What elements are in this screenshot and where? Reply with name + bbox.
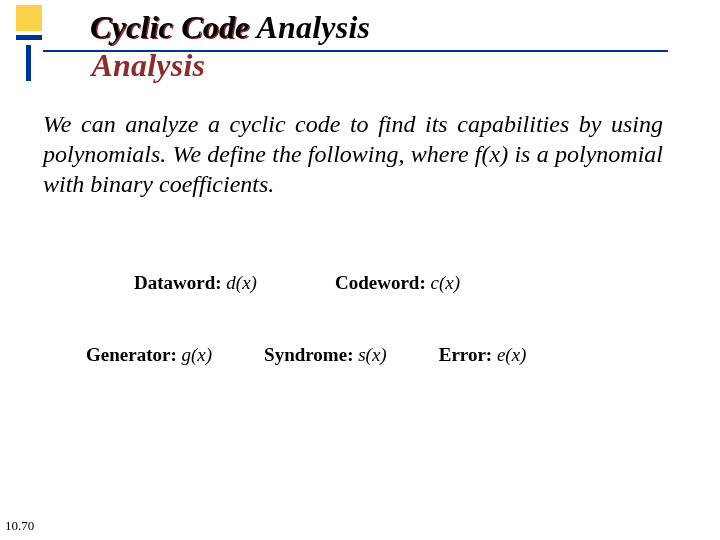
blue-bar-horizontal-icon (16, 35, 42, 40)
slide: Cyclic Code Analysis Cyclic Code Analysi… (0, 0, 720, 540)
definitions-row-2: Generator: g(x) Syndrome: s(x) Error: e(… (86, 344, 616, 366)
def-dataword: Dataword: d(x) (134, 272, 257, 294)
def-dataword-label: Dataword: (134, 272, 222, 293)
def-syndrome-label: Syndrome: (264, 344, 353, 365)
def-syndrome: Syndrome: s(x) (264, 344, 387, 366)
def-error-label: Error: (439, 344, 492, 365)
def-codeword: Codeword: c(x) (335, 272, 460, 294)
def-syndrome-symbol: s(x) (358, 344, 386, 365)
title-text: Cyclic Code Analysis (90, 9, 370, 46)
slide-title: Cyclic Code Analysis Cyclic Code Analysi… (90, 9, 370, 46)
def-codeword-symbol: c(x) (430, 272, 460, 293)
yellow-square-icon (16, 5, 42, 31)
def-error: Error: e(x) (439, 344, 527, 366)
def-error-symbol: e(x) (497, 344, 527, 365)
blue-bar-vertical-icon (26, 45, 31, 81)
def-dataword-symbol: d(x) (226, 272, 257, 293)
body-paragraph: We can analyze a cyclic code to find its… (43, 110, 663, 199)
def-generator-label: Generator: (86, 344, 177, 365)
def-generator: Generator: g(x) (86, 344, 212, 366)
definitions-row-1: Dataword: d(x) Codeword: c(x) (134, 272, 616, 294)
definitions-block: Dataword: d(x) Codeword: c(x) Generator:… (96, 272, 616, 366)
def-codeword-label: Codeword: (335, 272, 426, 293)
page-number: 10.70 (5, 518, 34, 534)
bullet-decoration (16, 5, 42, 53)
def-generator-symbol: g(x) (181, 344, 212, 365)
